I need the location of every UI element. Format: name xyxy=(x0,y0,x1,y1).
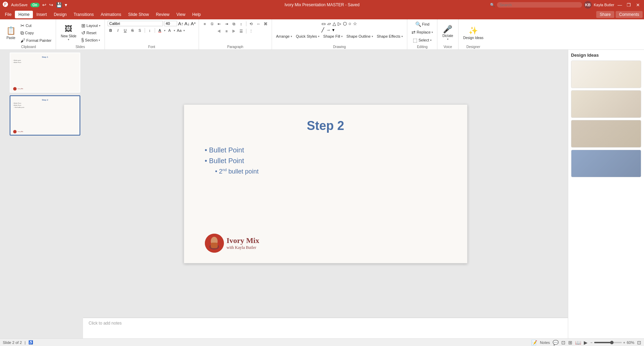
customize-btn[interactable]: ▾ xyxy=(65,2,67,8)
menu-view[interactable]: View xyxy=(173,11,189,18)
reading-view-btn[interactable]: 📖 xyxy=(575,340,581,345)
align-right-btn[interactable]: ⫸ xyxy=(231,28,237,34)
arrange-arrow[interactable]: ▾ xyxy=(291,35,292,38)
share-button[interactable]: Share xyxy=(596,11,614,18)
spacing-button[interactable]: ↕ xyxy=(147,27,153,34)
font-color-btn[interactable]: A xyxy=(157,27,163,34)
section-button[interactable]: § Section ▾ xyxy=(80,37,102,44)
italic-button[interactable]: I xyxy=(115,27,121,34)
shape-star[interactable]: ☆ xyxy=(352,21,358,27)
design-idea-4[interactable] xyxy=(571,150,641,177)
font-size-input[interactable]: 40 xyxy=(164,21,177,26)
select-button[interactable]: ⬚ Select ▾ xyxy=(411,37,433,44)
change-case-btn[interactable]: Aa xyxy=(176,27,182,34)
menu-transitions[interactable]: Transitions xyxy=(70,11,97,18)
notes-area[interactable]: Click to add notes xyxy=(83,318,568,338)
columns-btn[interactable]: ⧉ xyxy=(231,21,237,27)
shape-tri2[interactable]: ▷ xyxy=(337,21,342,27)
change-case-arrow[interactable]: ▾ xyxy=(183,29,185,32)
quick-styles-arrow[interactable]: ▾ xyxy=(318,35,319,38)
menu-help[interactable]: Help xyxy=(189,11,205,18)
align-center-btn[interactable]: ≡ xyxy=(224,28,230,34)
design-idea-1[interactable] xyxy=(571,60,641,88)
shape-fill-arrow[interactable]: ▾ xyxy=(341,35,343,38)
strikethrough-button[interactable]: S xyxy=(129,27,136,34)
highlight-color-arrow[interactable]: ▾ xyxy=(174,29,175,32)
shape-tri[interactable]: △ xyxy=(332,21,337,27)
shape-fill-button[interactable]: Shape Fill ▾ xyxy=(322,34,344,39)
arrange-button[interactable]: Arrange ▾ xyxy=(275,34,293,39)
search-input[interactable] xyxy=(497,2,582,8)
numbering-btn[interactable]: ① xyxy=(209,21,215,27)
paste-button[interactable]: 📋 Paste xyxy=(4,22,18,43)
dictate-button[interactable]: 🎤 Dictate ▾ xyxy=(440,22,455,43)
layout-arrow[interactable]: ▾ xyxy=(99,24,100,27)
slide-sorter-btn[interactable]: ⊞ xyxy=(568,340,572,345)
cut-button[interactable]: ✂ Cut xyxy=(19,22,53,29)
zoom-out-btn[interactable]: − xyxy=(590,340,592,345)
dictate-arrow[interactable]: ▾ xyxy=(447,38,448,41)
decrease-font-btn[interactable]: A↓ xyxy=(184,21,190,26)
shape-effects-button[interactable]: Shape Effects ▾ xyxy=(375,34,404,39)
menu-file[interactable]: File xyxy=(1,11,15,18)
shape-rect[interactable]: ▭ xyxy=(321,21,326,27)
save-btn[interactable]: 💾 xyxy=(56,2,62,8)
menu-slideshow[interactable]: Slide Show xyxy=(125,11,152,18)
find-button[interactable]: 🔍 Find xyxy=(414,21,431,28)
shape-circ[interactable]: ○ xyxy=(348,21,352,27)
reset-button[interactable]: ↺ Reset xyxy=(80,29,102,36)
highlight-color-btn[interactable]: A xyxy=(166,27,173,34)
shadow-button[interactable]: S xyxy=(137,27,143,34)
close-btn[interactable]: ✕ xyxy=(634,1,641,8)
shape-more[interactable]: ▾ xyxy=(332,27,335,33)
menu-insert[interactable]: Insert xyxy=(33,11,50,18)
copy-button[interactable]: ⧉ Copy xyxy=(19,29,53,37)
autosave-badge[interactable]: On xyxy=(30,3,39,7)
design-idea-3[interactable] xyxy=(571,120,641,148)
menu-design[interactable]: Design xyxy=(50,11,70,18)
select-arrow[interactable]: ▾ xyxy=(430,39,432,42)
align-text-btn[interactable]: ↔ xyxy=(255,21,262,27)
align-left-btn[interactable]: ⫷ xyxy=(216,28,223,34)
undo-btn[interactable]: ↩ xyxy=(42,2,46,8)
shape-outline-button[interactable]: Shape Outline ▾ xyxy=(345,34,374,39)
design-ideas-button[interactable]: ✨ Design Ideas xyxy=(461,22,486,43)
bullets-btn[interactable]: ≡ xyxy=(202,21,208,27)
shape-line[interactable]: ╱ xyxy=(321,27,325,33)
section-arrow[interactable]: ▾ xyxy=(99,39,100,42)
replace-arrow[interactable]: ▾ xyxy=(432,31,433,34)
shape-effects-arrow[interactable]: ▾ xyxy=(401,35,403,38)
shape-arrow[interactable]: → xyxy=(325,27,331,33)
user-avatar[interactable]: KB xyxy=(584,1,592,9)
restore-btn[interactable]: ❐ xyxy=(625,1,632,8)
zoom-bar[interactable] xyxy=(594,342,622,343)
menu-review[interactable]: Review xyxy=(152,11,173,18)
clear-format-btn[interactable]: Aˣ xyxy=(191,21,196,26)
notes-label[interactable]: Notes xyxy=(540,340,550,345)
slide-2-thumb[interactable]: Step 2 • Bullet Point • Bullet Point • 2… xyxy=(10,95,80,135)
replace-button[interactable]: ⇄ Replace ▾ xyxy=(410,29,434,36)
fit-slide-btn[interactable]: ⊡ xyxy=(637,340,641,345)
design-idea-2[interactable] xyxy=(571,90,641,118)
justify-btn[interactable]: ☰ xyxy=(238,28,244,34)
minimize-btn[interactable]: — xyxy=(616,1,623,8)
quick-styles-button[interactable]: Quick Styles ▾ xyxy=(294,34,321,39)
slide-canvas[interactable]: Step 2 Bullet Point Bullet Point 2nd bul… xyxy=(184,104,468,263)
menu-home[interactable]: Home xyxy=(15,11,33,18)
menu-animations[interactable]: Animations xyxy=(97,11,125,18)
smartart-btn[interactable]: ⌘ xyxy=(263,21,269,27)
font-color-arrow[interactable]: ▾ xyxy=(164,29,165,32)
para-spacing-btn[interactable]: ⋮ xyxy=(248,28,254,34)
zoom-in-btn[interactable]: + xyxy=(623,340,625,345)
shape-rect2[interactable]: ▱ xyxy=(327,21,332,27)
new-slide-arrow[interactable]: ▾ xyxy=(68,38,69,41)
comments-toggle[interactable]: 💬 xyxy=(553,340,559,345)
text-direction-btn[interactable]: ⟲ xyxy=(248,21,254,27)
shape-hex[interactable]: ⬡ xyxy=(342,21,347,27)
layout-button[interactable]: ⊞ Layout ▾ xyxy=(80,22,102,29)
redo-btn[interactable]: ↪ xyxy=(49,2,53,8)
increase-indent-btn[interactable]: ⇥ xyxy=(224,21,230,27)
slide-1-thumb[interactable]: Step 1 • Bullet point • Bullet Point Ivo… xyxy=(10,53,80,93)
slideshow-btn[interactable]: ▶ xyxy=(584,340,588,345)
line-spacing-btn[interactable]: ↕ xyxy=(238,21,244,27)
